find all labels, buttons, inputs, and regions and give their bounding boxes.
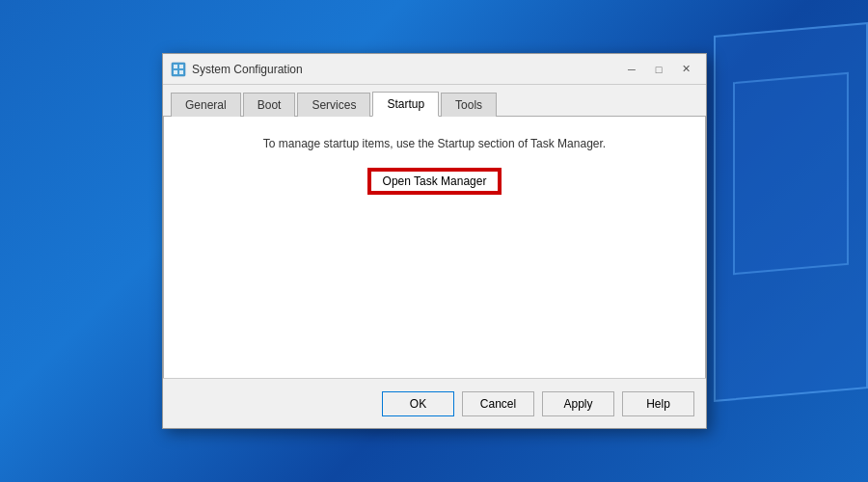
- cancel-button[interactable]: Cancel: [462, 391, 534, 416]
- tab-boot[interactable]: Boot: [243, 93, 296, 117]
- tab-content-startup: To manage startup items, use the Startup…: [163, 117, 706, 378]
- maximize-button[interactable]: □: [646, 59, 671, 80]
- svg-rect-4: [179, 70, 183, 74]
- svg-rect-3: [174, 70, 177, 74]
- svg-rect-1: [174, 65, 177, 68]
- dialog-title: System Configuration: [192, 63, 619, 76]
- system-configuration-dialog: System Configuration ─ □ ✕ General Boot …: [162, 53, 707, 429]
- tab-services[interactable]: Services: [297, 93, 370, 117]
- help-button[interactable]: Help: [622, 391, 694, 416]
- title-bar: System Configuration ─ □ ✕: [163, 54, 706, 85]
- apply-button[interactable]: Apply: [542, 391, 614, 416]
- close-button[interactable]: ✕: [673, 59, 698, 80]
- button-row: OK Cancel Apply Help: [163, 378, 706, 428]
- title-bar-controls: ─ □ ✕: [619, 59, 698, 80]
- ok-button[interactable]: OK: [382, 391, 454, 416]
- win-decoration-2: [733, 72, 849, 275]
- svg-rect-2: [179, 65, 183, 68]
- tab-general[interactable]: General: [171, 93, 241, 117]
- minimize-button[interactable]: ─: [619, 59, 644, 80]
- dialog-icon: [171, 62, 186, 77]
- tab-tools[interactable]: Tools: [441, 93, 497, 117]
- startup-info-text: To manage startup items, use the Startup…: [179, 136, 690, 152]
- open-task-manager-button[interactable]: Open Task Manager: [367, 168, 502, 195]
- tab-bar: General Boot Services Startup Tools: [163, 85, 706, 117]
- tab-startup[interactable]: Startup: [372, 92, 439, 117]
